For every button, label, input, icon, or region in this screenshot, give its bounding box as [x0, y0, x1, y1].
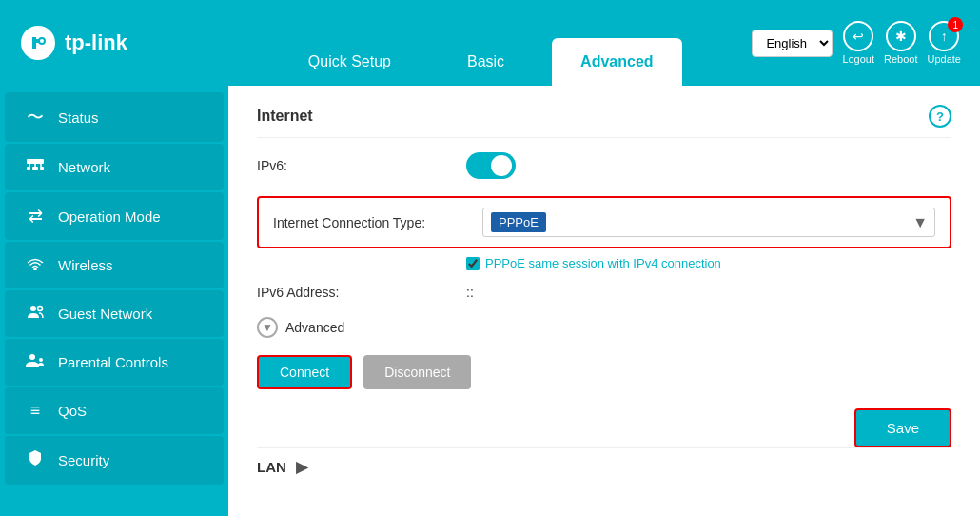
- sidebar-item-label: QoS: [58, 403, 87, 419]
- reboot-button[interactable]: ✱ Reboot: [884, 21, 917, 65]
- sidebar-item-network[interactable]: Network: [5, 144, 224, 190]
- header-right: English ↩ Logout ✱ Reboot ↑ 1 Update: [752, 21, 961, 65]
- svg-point-9: [34, 268, 36, 270]
- sidebar-item-parental-controls[interactable]: Parental Controls: [5, 339, 224, 386]
- tp-link-logo-icon: [19, 24, 57, 62]
- wireless-icon: [24, 255, 47, 275]
- ipv6-address-row: IPv6 Address: ::: [257, 285, 951, 300]
- select-arrow-icon: ▼: [912, 214, 928, 231]
- network-icon: [24, 157, 47, 177]
- tab-quick-setup[interactable]: Quick Setup: [280, 38, 420, 86]
- svg-rect-3: [27, 159, 44, 164]
- sidebar-item-qos[interactable]: ≡ QoS: [5, 387, 224, 434]
- ipv6-row: IPv6:: [257, 152, 951, 179]
- connection-type-select-wrapper: PPPoE ▼: [482, 208, 935, 237]
- logo: tp-link: [19, 24, 209, 62]
- operation-mode-icon: ⇄: [24, 206, 47, 227]
- pppoe-same-session-label: PPPoE same session with IPv4 connection: [485, 256, 721, 270]
- advanced-label: Advanced: [285, 320, 344, 335]
- sidebar-item-label: Guest Network: [58, 306, 152, 322]
- parental-controls-icon: [24, 352, 47, 372]
- connection-type-select-display[interactable]: PPPoE ▼: [482, 208, 935, 237]
- advanced-expand-row[interactable]: ▼ Advanced: [257, 317, 951, 338]
- update-badge: 1: [948, 17, 963, 32]
- help-icon[interactable]: ?: [929, 105, 951, 128]
- advanced-chevron-icon: ▼: [257, 317, 278, 338]
- language-select[interactable]: English: [752, 30, 833, 57]
- update-button[interactable]: ↑ 1 Update: [928, 21, 961, 65]
- guest-network-icon: [24, 304, 47, 324]
- pppoe-value: PPPoE: [491, 212, 546, 232]
- sidebar-item-label: Parental Controls: [58, 354, 168, 370]
- main-content: Internet ? IPv6: Internet Connection Typ…: [228, 86, 980, 516]
- connection-type-label: Internet Connection Type:: [273, 215, 482, 230]
- sidebar-item-status[interactable]: 〜 Status: [5, 92, 224, 142]
- layout: 〜 Status Network ⇄ Operation Mode: [0, 86, 980, 516]
- qos-icon: ≡: [24, 401, 47, 421]
- ipv6-address-value: ::: [466, 285, 474, 300]
- disconnect-button[interactable]: Disconnect: [363, 355, 471, 389]
- sidebar-item-label: Status: [58, 109, 99, 126]
- internet-title-text: Internet: [257, 108, 313, 125]
- svg-point-10: [30, 306, 36, 311]
- reboot-icon: ✱: [886, 21, 916, 51]
- tab-advanced[interactable]: Advanced: [552, 38, 681, 86]
- sidebar-item-wireless[interactable]: Wireless: [5, 242, 224, 288]
- tab-basic[interactable]: Basic: [439, 38, 533, 86]
- svg-point-13: [39, 358, 43, 362]
- connection-type-row: Internet Connection Type: PPPoE ▼: [257, 196, 951, 248]
- ipv6-address-label: IPv6 Address:: [257, 285, 466, 300]
- lan-section[interactable]: LAN ▶: [257, 447, 951, 476]
- internet-section-title: Internet ?: [257, 105, 951, 138]
- logo-text: tp-link: [65, 30, 127, 55]
- svg-point-11: [38, 307, 43, 311]
- logout-button[interactable]: ↩ Logout: [842, 21, 874, 65]
- svg-rect-2: [32, 167, 38, 170]
- sidebar-item-operation-mode[interactable]: ⇄ Operation Mode: [5, 192, 224, 240]
- sidebar-item-guest-network[interactable]: Guest Network: [5, 290, 224, 337]
- ipv6-toggle[interactable]: [466, 152, 516, 179]
- logout-label: Logout: [842, 53, 874, 65]
- sidebar-item-label: Wireless: [58, 257, 113, 273]
- svg-rect-7: [27, 167, 30, 170]
- lan-expand-arrow-icon: ▶: [296, 458, 307, 476]
- sidebar: 〜 Status Network ⇄ Operation Mode: [0, 86, 228, 516]
- pppoe-checkbox-row: PPPoE same session with IPv4 connection: [466, 256, 951, 270]
- sidebar-item-label: Operation Mode: [58, 208, 161, 225]
- ipv6-label: IPv6:: [257, 158, 466, 173]
- save-button[interactable]: Save: [854, 408, 951, 447]
- security-icon: [24, 449, 47, 471]
- status-icon: 〜: [24, 106, 47, 129]
- sidebar-item-security[interactable]: Security: [5, 436, 224, 485]
- save-row: Save: [257, 408, 951, 447]
- update-label: Update: [928, 53, 961, 65]
- svg-point-12: [29, 354, 35, 360]
- sidebar-item-label: Security: [58, 452, 109, 468]
- nav-tabs: Quick Setup Basic Advanced: [209, 0, 752, 86]
- sidebar-item-label: Network: [58, 159, 110, 175]
- connect-button[interactable]: Connect: [257, 355, 352, 389]
- svg-rect-8: [40, 167, 44, 170]
- pppoe-same-session-checkbox[interactable]: [466, 257, 480, 270]
- action-buttons-row: Connect Disconnect: [257, 355, 951, 389]
- header: tp-link Quick Setup Basic Advanced Engli…: [0, 0, 980, 86]
- lan-label: LAN: [257, 459, 286, 475]
- reboot-label: Reboot: [884, 53, 917, 65]
- logout-icon: ↩: [843, 21, 873, 51]
- update-icon: ↑ 1: [929, 21, 959, 51]
